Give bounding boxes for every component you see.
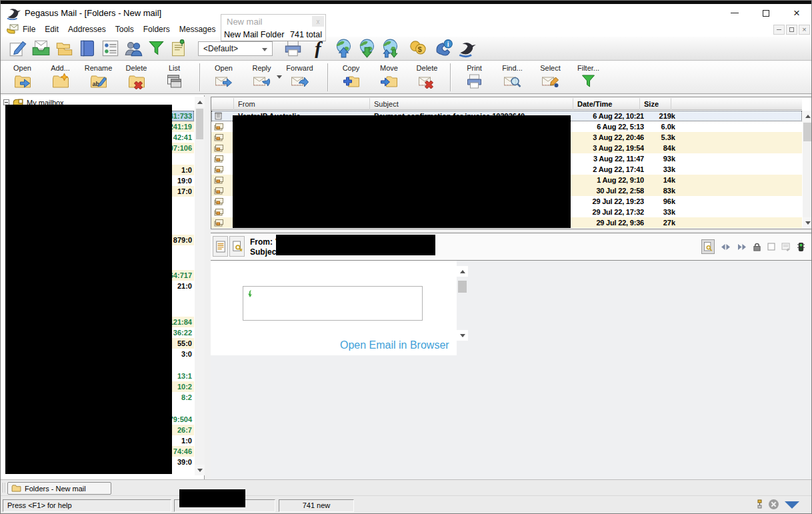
message-size: 33k — [646, 207, 675, 217]
menu-file[interactable]: File — [21, 23, 37, 35]
delete-folder-button[interactable]: Delete — [117, 61, 155, 93]
list-folder-button[interactable]: List — [155, 61, 193, 93]
preview-scroll-down[interactable] — [457, 330, 468, 341]
menu-folders[interactable]: Folders — [141, 23, 172, 35]
reply-message-button[interactable]: Reply — [243, 61, 281, 93]
list-scrollbar[interactable] — [803, 111, 812, 228]
message-date: 1 Aug 22, 9:10 — [577, 175, 644, 185]
coins-icon[interactable]: $ — [409, 39, 428, 58]
tree-scroll-thumb[interactable] — [196, 109, 203, 139]
identities-icon[interactable] — [124, 39, 143, 58]
identity-selector[interactable]: <Default> — [198, 41, 273, 56]
annotation-icon[interactable] — [781, 243, 791, 251]
mdi-minimize-button[interactable] — [773, 25, 785, 35]
preview-scroll-up[interactable] — [457, 266, 468, 277]
toolbar-group-0: OpenAdd...RenameabDeleteList — [3, 61, 193, 94]
message-date: 3 Aug 22, 20:46 — [577, 132, 644, 143]
minimize-button[interactable] — [724, 4, 745, 22]
folder-move-icon — [380, 73, 398, 90]
button-label: Delete — [117, 64, 155, 72]
noticeboard-icon[interactable] — [169, 39, 188, 58]
print-icon[interactable] — [283, 39, 303, 58]
move-folder-button[interactable]: Move — [370, 61, 408, 93]
filter-icon[interactable] — [147, 39, 166, 58]
attachments-button[interactable] — [229, 236, 245, 257]
toolbar-separator — [450, 63, 451, 91]
globe-receive-icon[interactable] — [357, 39, 377, 58]
column-datetime[interactable]: Date/Time — [573, 98, 640, 110]
nav-prev-next-icon[interactable] — [721, 243, 731, 251]
button-label: Move — [370, 64, 408, 72]
network-status-icon[interactable] — [753, 499, 765, 509]
folders-icon[interactable] — [55, 39, 74, 58]
offline-status-icon[interactable] — [768, 499, 779, 510]
column-size[interactable]: Size — [640, 98, 671, 110]
folders-window-tab[interactable]: Folders - New mail — [7, 482, 111, 495]
preview-scroll-thumb[interactable] — [458, 281, 467, 293]
select-message-button[interactable]: Select — [531, 61, 569, 93]
find-message-button[interactable]: Find... — [493, 61, 531, 93]
expand-status-icon[interactable] — [785, 501, 799, 509]
print-message-button[interactable]: Print — [455, 61, 493, 93]
read-message-icon — [214, 208, 223, 216]
message-size: 83k — [646, 185, 675, 196]
menu-messages[interactable]: Messages — [177, 23, 218, 35]
tree-scrollbar[interactable] — [195, 97, 205, 475]
checkbox-icon[interactable] — [767, 243, 775, 251]
mdi-close-button[interactable]: × — [799, 25, 810, 35]
message-list-header: From Subject Date/Time Size — [211, 98, 802, 110]
read-message-icon — [214, 197, 223, 205]
forward-message-button[interactable]: Forward — [281, 61, 319, 93]
rename-folder-button[interactable]: Renameab — [79, 61, 117, 93]
phone-info-icon[interactable]: i — [434, 39, 453, 58]
preview-scrollbar[interactable] — [457, 266, 468, 341]
list-scroll-up[interactable] — [803, 111, 812, 121]
address-book-icon[interactable] — [78, 39, 97, 58]
tree-scroll-down[interactable] — [195, 465, 205, 475]
toolbar-separator — [327, 63, 328, 91]
nav-fast-forward-icon[interactable] — [737, 243, 747, 251]
list-scroll-down[interactable] — [803, 217, 812, 228]
mail-tray-icon[interactable] — [31, 39, 51, 58]
button-label: Reply — [243, 64, 281, 72]
maximize-button[interactable] — [755, 4, 777, 22]
open-message-button[interactable]: Open — [205, 61, 243, 93]
compose-icon[interactable] — [9, 39, 28, 58]
lock-icon[interactable] — [753, 243, 761, 251]
show-text-button[interactable] — [213, 236, 228, 257]
add-folder-button[interactable]: Add... — [41, 61, 79, 93]
menu-addresses[interactable]: Addresses — [66, 23, 108, 35]
read-message-icon — [214, 176, 223, 184]
globe-sendreceive-icon[interactable] — [381, 39, 400, 58]
button-label: Forward — [281, 64, 319, 72]
column-from[interactable]: From — [234, 98, 370, 110]
column-status[interactable] — [211, 98, 234, 110]
close-button[interactable]: × — [786, 4, 807, 22]
main-toolbar: <Default> f$i — [1, 37, 812, 61]
mdi-window-controls: × — [773, 25, 810, 35]
message-size: 6.0k — [646, 121, 675, 132]
toolbar-group-3: PrintFind...SelectFilter... — [455, 61, 607, 94]
menu-tools[interactable]: Tools — [113, 23, 136, 35]
copy-folder-button[interactable]: Copy — [332, 61, 370, 93]
delete-message-button[interactable]: Delete — [408, 61, 446, 93]
pegasus-icon[interactable] — [458, 39, 477, 58]
open-folder-button[interactable]: Open — [3, 61, 41, 93]
annotated-message-icon — [214, 112, 223, 120]
globe-send-icon[interactable] — [334, 39, 353, 58]
mdi-restore-button[interactable] — [786, 25, 797, 35]
button-label: Add... — [41, 64, 79, 72]
popup-close-button[interactable]: x — [312, 16, 324, 27]
font-icon[interactable]: f — [309, 39, 328, 58]
filter-message-button[interactable]: Filter... — [569, 61, 607, 93]
tree-scroll-up[interactable] — [195, 97, 205, 107]
attachments-key-icon[interactable] — [701, 239, 715, 254]
open-email-in-browser-link[interactable]: Open Email in Browser — [340, 339, 449, 351]
broken-image-icon — [247, 289, 255, 299]
popup-title: New mail — [227, 17, 262, 27]
column-subject[interactable]: Subject — [370, 98, 573, 110]
menu-edit[interactable]: Edit — [43, 23, 61, 35]
traffic-light-icon[interactable] — [797, 242, 805, 252]
list-scroll-thumb[interactable] — [803, 123, 812, 141]
distribution-list-icon[interactable] — [101, 39, 120, 58]
